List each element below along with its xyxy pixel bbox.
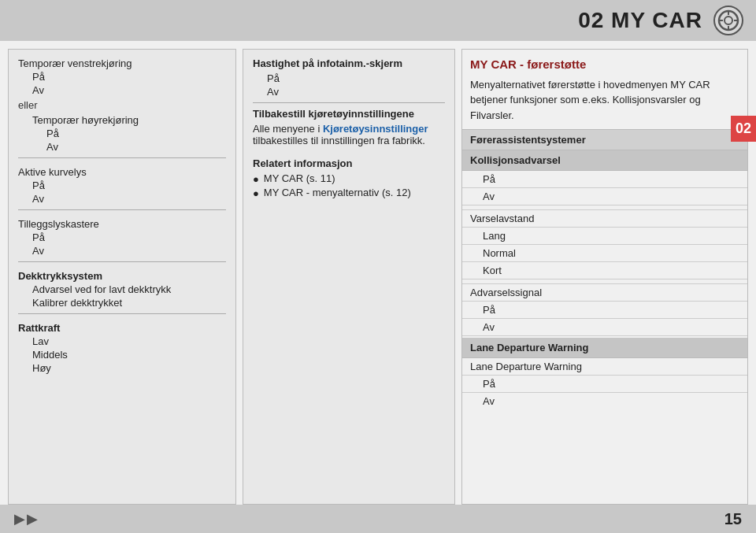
table-row: Lang [462, 228, 747, 245]
list-item: På [18, 71, 226, 83]
list-item: Aktive kurvelys [18, 166, 226, 178]
footer: ▶▶ 15 [0, 505, 756, 533]
table-row: På [462, 376, 747, 393]
list-item: På [253, 72, 445, 84]
link-text[interactable]: Kjøretøysinnstillinger [323, 123, 428, 135]
table-row: På [462, 171, 747, 188]
related-item: ● MY CAR - menyalternativ (s. 12) [253, 187, 445, 199]
main-content: Temporær venstrekjøring På Av eller Temp… [0, 41, 756, 505]
table-main-header: Førerassistentsystemer [462, 130, 747, 150]
related-info-title: Relatert informasjon [253, 157, 445, 169]
list-item: Høy [18, 362, 226, 374]
middle-section2-title: Tilbakestill kjøretøyinnstillingene [253, 108, 445, 120]
side-tab: 02 [731, 116, 756, 142]
table-row: Av [462, 188, 747, 205]
table-row: Advarselssignal [462, 284, 747, 302]
bullet-icon: ● [253, 187, 259, 199]
left-panel: Temporær venstrekjøring På Av eller Temp… [8, 49, 236, 505]
header-title: 02 MY CAR [578, 8, 702, 33]
middle-section-title: Hastighet på infotainm.-skjerm [253, 57, 445, 69]
list-item: Av [18, 245, 226, 257]
list-item: Temporær høyrekjøring [18, 114, 226, 126]
header-icon [713, 6, 743, 35]
table-row: Av [462, 393, 747, 409]
list-item: Av [18, 193, 226, 205]
table-row: Normal [462, 245, 747, 262]
list-item: På [18, 180, 226, 191]
related-item-text: MY CAR - menyalternativ (s. 12) [264, 187, 411, 198]
list-item: Tilleggslyskastere [18, 218, 226, 230]
table-row: På [462, 302, 747, 319]
right-top-text: MY CAR - førerstøtte Menyalternativet fø… [461, 49, 748, 129]
list-item: Av [18, 84, 226, 96]
list-item: Middels [18, 349, 226, 361]
list-item: Av [253, 86, 445, 98]
list-item: Advarsel ved for lavt dekktrykk [18, 283, 226, 295]
section-label: Rattkraft [18, 322, 226, 334]
right-title: MY CAR - førerstøtte [470, 56, 739, 74]
list-item: Temporær venstrekjøring [18, 57, 226, 69]
related-item-text: MY CAR (s. 11) [264, 172, 335, 184]
list-item: På [18, 128, 226, 139]
list-item: Av [18, 141, 226, 153]
footer-arrows-icon: ▶▶ [14, 510, 39, 527]
list-item: Lav [18, 335, 226, 347]
table-row: Kort [462, 262, 747, 279]
table-row: Av [462, 319, 747, 336]
footer-page-number: 15 [724, 510, 742, 528]
middle-panel: Hastighet på infotainm.-skjerm På Av Til… [243, 49, 455, 505]
middle-section2-desc: Alle menyene i Kjøretøysinnstillinger ti… [253, 123, 445, 146]
right-description: Menyalternativet førerstøtte i hovedmeny… [470, 77, 739, 124]
list-item: På [18, 231, 226, 243]
section-label: Dekktrykksystem [18, 270, 226, 282]
related-item: ● MY CAR (s. 11) [253, 172, 445, 185]
right-panel: MY CAR - førerstøtte Menyalternativet fø… [461, 49, 748, 505]
table-section-header: Kollisjonsadvarsel [462, 150, 747, 171]
bullet-icon: ● [253, 173, 259, 185]
or-label: eller [18, 99, 226, 111]
list-item: Kalibrer dekktrykket [18, 297, 226, 309]
right-table: Førerassistentsystemer Kollisjonsadvarse… [461, 129, 748, 505]
table-row: Lane Departure Warning [462, 358, 747, 376]
header: 02 MY CAR [0, 0, 756, 41]
lane-departure-section-header: Lane Departure Warning [462, 338, 747, 358]
table-row: Varselavstand [462, 210, 747, 228]
